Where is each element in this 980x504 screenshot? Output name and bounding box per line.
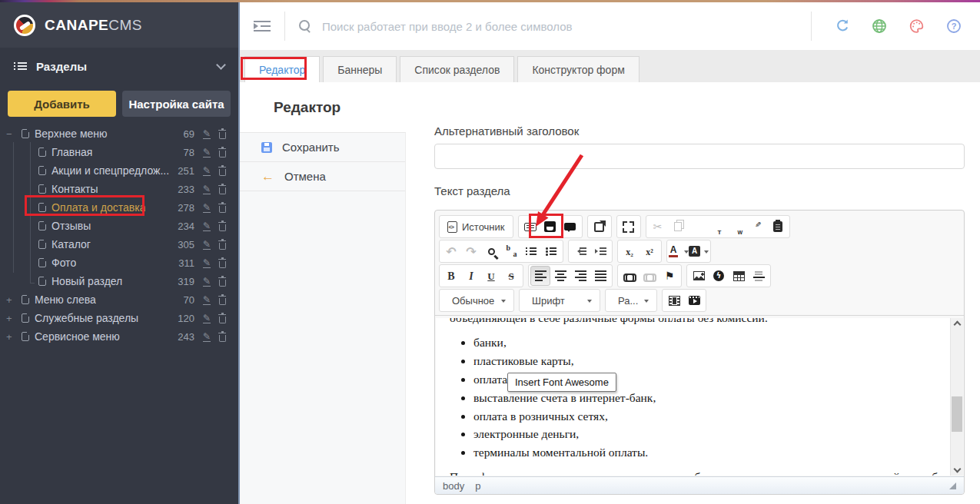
tab-1[interactable]: Редактор: [244, 56, 320, 82]
delete-icon[interactable]: [219, 258, 226, 268]
delete-icon[interactable]: [219, 240, 226, 250]
delete-icon[interactable]: [219, 148, 226, 158]
bold-button[interactable]: [441, 266, 461, 286]
chevron-down-icon[interactable]: [216, 60, 226, 70]
align-justify-button[interactable]: [590, 266, 610, 286]
subscript-button[interactable]: [620, 241, 639, 261]
redo-button[interactable]: [461, 241, 481, 261]
superscript-button[interactable]: [639, 241, 659, 261]
tab-2[interactable]: Баннеры: [323, 56, 397, 82]
scroll-down-icon[interactable]: [954, 466, 962, 473]
tree-item[interactable]: Каталог305✎: [0, 235, 238, 254]
format-dropdown-button[interactable]: Обычное: [441, 290, 512, 310]
help-icon[interactable]: ?: [946, 18, 962, 34]
text-color-button[interactable]: [669, 241, 689, 261]
fontawesome-button[interactable]: [540, 217, 560, 237]
alt-title-input[interactable]: [434, 144, 965, 169]
edit-icon[interactable]: ✎: [203, 295, 211, 305]
anchor-button[interactable]: [659, 266, 679, 286]
bg-color-button[interactable]: [689, 241, 709, 261]
editor-scrollbar[interactable]: [950, 318, 963, 476]
scrollbar-thumb[interactable]: [952, 396, 962, 432]
path-element[interactable]: body: [443, 480, 464, 492]
unlink-button[interactable]: [639, 266, 659, 286]
tab-3[interactable]: Список разделов: [400, 56, 514, 82]
path-element[interactable]: p: [475, 480, 480, 492]
resize-handle-icon[interactable]: [949, 482, 956, 489]
plus-toggle-icon[interactable]: +: [6, 295, 18, 305]
tree-item[interactable]: Акции и спецпредлож...251✎: [0, 161, 238, 180]
paste-edit-button[interactable]: [748, 217, 768, 237]
tree-item[interactable]: +Сервисное меню243✎: [0, 327, 238, 346]
edit-icon[interactable]: ✎: [203, 258, 211, 268]
edit-icon[interactable]: ✎: [203, 221, 211, 231]
source-button[interactable]: Источник: [441, 217, 511, 237]
delete-icon[interactable]: [219, 295, 226, 305]
underline-button[interactable]: [481, 266, 501, 286]
editor-content[interactable]: объединяющей в себе различные формы опла…: [436, 318, 963, 476]
tree-item[interactable]: Главная78✎: [0, 143, 238, 161]
paste-text-button[interactable]: [708, 217, 728, 237]
edit-icon[interactable]: ✎: [203, 129, 211, 139]
site-settings-button[interactable]: Настройка сайта: [122, 91, 231, 117]
tree-item[interactable]: Фото311✎: [0, 254, 238, 272]
clipboard-button[interactable]: [768, 217, 788, 237]
book-button[interactable]: [520, 217, 540, 237]
film-button[interactable]: [664, 290, 684, 310]
minus-toggle-icon[interactable]: −: [6, 129, 18, 139]
maximize-button[interactable]: [619, 217, 639, 237]
strike-button[interactable]: [501, 266, 521, 286]
size-dropdown-button[interactable]: Ра...: [607, 290, 655, 310]
sidebar-toggle-icon[interactable]: [254, 21, 271, 32]
edit-icon[interactable]: ✎: [203, 313, 211, 323]
indent-button[interactable]: [590, 241, 610, 261]
tab-4[interactable]: Конструктор форм: [517, 56, 639, 82]
tree-item[interactable]: Отзывы234✎: [0, 217, 238, 235]
globe-icon[interactable]: [872, 18, 887, 34]
link-button[interactable]: [620, 266, 639, 286]
comment-button[interactable]: [560, 217, 580, 237]
font-dropdown-button[interactable]: Шрифт: [521, 290, 598, 310]
edit-icon[interactable]: ✎: [203, 184, 211, 194]
tree-item[interactable]: Оплата и доставка278✎: [0, 198, 238, 217]
delete-icon[interactable]: [219, 203, 226, 213]
cancel-button[interactable]: ← Отмена: [240, 162, 405, 191]
paste-word-button[interactable]: [728, 217, 748, 237]
undo-button[interactable]: [441, 241, 461, 261]
edit-icon[interactable]: ✎: [203, 240, 211, 250]
numbered-list-button[interactable]: [521, 241, 541, 261]
tree-item[interactable]: +Служебные разделы120✎: [0, 309, 238, 327]
paste-button[interactable]: [688, 217, 708, 237]
edit-icon[interactable]: ✎: [203, 148, 211, 158]
delete-icon[interactable]: [219, 166, 226, 176]
tree-item[interactable]: Новый раздел319✎: [0, 272, 238, 290]
add-button[interactable]: Добавить: [8, 91, 116, 117]
italic-button[interactable]: [461, 266, 481, 286]
edit-icon[interactable]: ✎: [203, 203, 211, 213]
delete-icon[interactable]: [219, 332, 226, 342]
flash-button[interactable]: [709, 266, 729, 286]
align-right-button[interactable]: [570, 266, 590, 286]
plus-toggle-icon[interactable]: +: [6, 313, 18, 323]
align-center-button[interactable]: [550, 266, 570, 286]
align-left-button[interactable]: [530, 266, 550, 286]
tree-item[interactable]: Контакты233✎: [0, 180, 238, 198]
copy-button[interactable]: [668, 217, 688, 237]
cut-button[interactable]: [648, 217, 668, 237]
bulleted-list-button[interactable]: [541, 241, 561, 261]
search-input[interactable]: [322, 20, 691, 33]
external-link-button[interactable]: [590, 217, 610, 237]
replace-button[interactable]: [501, 241, 521, 261]
delete-icon[interactable]: [219, 184, 226, 194]
hr-button[interactable]: [749, 266, 769, 286]
plus-toggle-icon[interactable]: +: [6, 332, 18, 342]
table-button[interactable]: [729, 266, 749, 286]
edit-icon[interactable]: ✎: [203, 166, 211, 176]
outdent-button[interactable]: [570, 241, 590, 261]
video-button[interactable]: [684, 290, 704, 310]
tree-item[interactable]: −Верхнее меню69✎: [0, 124, 238, 143]
image-button[interactable]: [689, 266, 709, 286]
refresh-icon[interactable]: [835, 18, 850, 34]
palette-icon[interactable]: [909, 18, 925, 34]
find-button[interactable]: [481, 241, 501, 261]
